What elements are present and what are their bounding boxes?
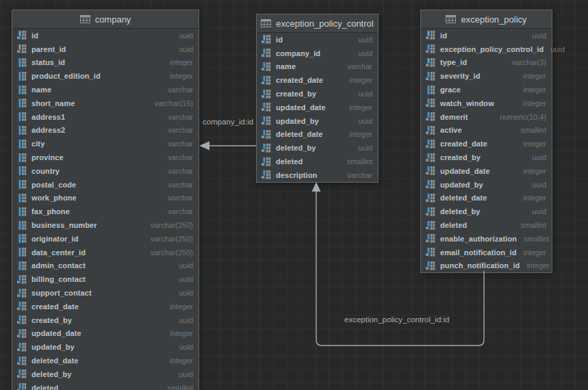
column-row[interactable]: billing_contactuuid: [12, 272, 199, 286]
column-row[interactable]: admin_contactuuid: [12, 259, 199, 273]
column-name: created_date: [276, 76, 323, 84]
column-icon: [261, 49, 271, 57]
relationship-line-company-id[interactable]: [199, 142, 256, 151]
column-icon: [16, 261, 27, 270]
column-row[interactable]: support_contactuuid: [12, 286, 199, 300]
column-row[interactable]: updated_dateinteger: [12, 327, 199, 341]
column-row[interactable]: created_dateinteger: [257, 73, 378, 87]
column-row[interactable]: deleted_dateinteger: [257, 128, 378, 142]
column-icon: [261, 62, 271, 71]
column-icon: [16, 221, 27, 230]
column-name: type_id: [440, 58, 467, 66]
column-row[interactable]: originator_idvarchar(250): [12, 232, 199, 246]
column-name: created_date: [31, 302, 79, 311]
column-type: varchar: [161, 207, 193, 216]
column-icon: [16, 153, 27, 162]
column-row[interactable]: deleted_byuuid: [257, 141, 378, 155]
column-row[interactable]: email_notification_idinteger: [421, 246, 552, 259]
column-type: uuid: [525, 31, 546, 40]
column-row[interactable]: created_byuuid: [12, 313, 199, 327]
entity-table-exception-policy-control[interactable]: exception_policy_control iduuidcompany_i…: [256, 14, 379, 183]
column-row[interactable]: updated_byuuid: [421, 178, 552, 192]
column-row[interactable]: created_dateinteger: [12, 300, 199, 313]
column-row[interactable]: product_edition_idinteger: [12, 69, 199, 83]
table-icon: [446, 15, 456, 24]
column-row[interactable]: fax_phonevarchar: [12, 205, 199, 218]
column-type: varchar(3): [505, 58, 546, 66]
column-row[interactable]: provincevarchar: [12, 151, 199, 164]
column-row[interactable]: created_byuuid: [421, 151, 552, 164]
column-row[interactable]: watch_windowinteger: [421, 96, 552, 110]
column-icon: [261, 116, 271, 125]
column-row[interactable]: deletedsmallint: [12, 381, 199, 390]
column-name: grace: [440, 86, 461, 94]
column-row[interactable]: updated_byuuid: [257, 114, 378, 128]
column-row[interactable]: graceinteger: [421, 83, 552, 96]
column-row[interactable]: postal_codevarchar: [12, 178, 199, 192]
column-row[interactable]: company_iduuid: [257, 47, 378, 60]
column-name: deleted_by: [276, 144, 316, 152]
column-row[interactable]: iduuid: [421, 29, 552, 42]
column-row[interactable]: punch_notification_idinteger: [421, 259, 552, 273]
column-row[interactable]: created_dateinteger: [421, 137, 552, 151]
column-type: integer: [516, 167, 546, 175]
table-header[interactable]: exception_policy_control: [257, 14, 378, 33]
column-row[interactable]: enable_authorizationsmallint: [421, 232, 552, 246]
column-type: uuid: [172, 45, 193, 53]
column-icon: [425, 248, 435, 257]
column-row[interactable]: status_idinteger: [12, 56, 199, 70]
column-row[interactable]: short_namevarchar(15): [12, 96, 199, 110]
column-row[interactable]: cityvarchar: [12, 137, 199, 151]
column-row[interactable]: namevarchar: [12, 83, 199, 96]
column-type: varchar: [340, 62, 372, 70]
column-row[interactable]: data_center_idvarchar(250): [12, 246, 199, 259]
column-row[interactable]: deleted_byuuid: [421, 205, 552, 218]
column-icon: [425, 153, 435, 162]
column-row[interactable]: demeritnumeric(10,4): [421, 110, 552, 124]
column-row[interactable]: exception_policy_control_iduuid: [421, 42, 552, 56]
column-row[interactable]: deleted_byuuid: [12, 367, 199, 381]
column-type: uuid: [351, 36, 372, 44]
column-row[interactable]: descriptionvarchar: [257, 168, 378, 182]
column-row[interactable]: created_byuuid: [257, 87, 378, 101]
column-type: smallint: [340, 157, 372, 166]
column-row[interactable]: work_phonevarchar: [12, 192, 199, 205]
column-row[interactable]: iduuid: [12, 29, 199, 42]
entity-table-exception-policy[interactable]: exception_policy iduuidexception_policy_…: [420, 10, 552, 273]
column-row[interactable]: parent_iduuid: [12, 42, 199, 56]
column-row[interactable]: iduuid: [257, 33, 378, 47]
column-row[interactable]: deleted_dateinteger: [421, 192, 552, 205]
column-row[interactable]: deletedsmallint: [421, 218, 552, 232]
column-row[interactable]: address2varchar: [12, 124, 199, 138]
column-type: uuid: [525, 181, 546, 189]
column-type: uuid: [351, 144, 372, 152]
column-name: status_id: [31, 58, 65, 66]
column-row[interactable]: countryvarchar: [12, 164, 199, 178]
column-row[interactable]: updated_dateinteger: [257, 101, 378, 114]
column-name: severity_id: [440, 72, 481, 80]
column-row[interactable]: severity_idinteger: [421, 69, 552, 83]
column-row[interactable]: updated_byuuid: [12, 340, 199, 354]
column-type: uuid: [351, 49, 372, 57]
column-name: updated_by: [31, 343, 75, 351]
column-type: varchar: [161, 140, 193, 148]
column-name: deleted_date: [440, 194, 487, 202]
column-name: updated_date: [440, 167, 490, 175]
column-type: uuid: [172, 275, 193, 283]
column-icon: [16, 315, 27, 324]
column-row[interactable]: activesmallint: [421, 124, 552, 138]
column-name: created_by: [276, 90, 316, 98]
column-icon: [16, 194, 27, 203]
table-header[interactable]: exception_policy: [421, 10, 552, 29]
entity-table-company[interactable]: company iduuidparent_iduuidstatus_idinte…: [12, 10, 199, 390]
table-header[interactable]: company: [12, 10, 199, 29]
column-row[interactable]: deleted_dateinteger: [12, 354, 199, 367]
column-row[interactable]: address1varchar: [12, 110, 199, 124]
column-row[interactable]: type_idvarchar(3): [421, 56, 552, 70]
column-row[interactable]: business_numbervarchar(250): [12, 218, 199, 232]
column-row[interactable]: updated_dateinteger: [421, 164, 552, 178]
column-name: support_contact: [31, 289, 92, 297]
column-row[interactable]: namevarchar: [257, 60, 378, 74]
column-row[interactable]: deletedsmallint: [257, 155, 378, 168]
column-icon: [261, 157, 271, 166]
